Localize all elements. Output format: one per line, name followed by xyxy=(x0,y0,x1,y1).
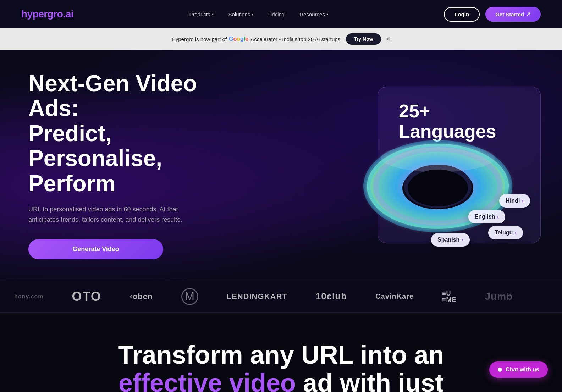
hero-visual: 25+ Languages xyxy=(363,80,541,250)
google-logo: Google xyxy=(229,36,248,42)
get-started-button[interactable]: Get Started ↗ xyxy=(485,7,541,22)
arrow-icon: ↗ xyxy=(526,11,531,17)
banner-text-before: Hypergro is now part of xyxy=(172,36,227,42)
arrow-icon: › xyxy=(522,198,524,204)
logo-item-oto: OTO xyxy=(72,289,101,304)
transform-section: Transform any URL into an effective vide… xyxy=(0,313,562,392)
logo-text-accent: .ai xyxy=(63,9,73,20)
nav-actions: Login Get Started ↗ xyxy=(444,7,541,22)
logos-strip: hony.com OTO ‹oben M LENDINGKART 10club … xyxy=(0,281,562,313)
logo-item-eume: ≡U≡ME xyxy=(442,290,457,303)
logo-item-10club: 10club xyxy=(316,291,347,302)
logo-item-jumb: Jumb xyxy=(485,291,513,302)
arrow-icon: › xyxy=(515,230,517,236)
chevron-down-icon: ▾ xyxy=(212,12,214,16)
language-bubble-spanish[interactable]: Spanish › xyxy=(431,233,470,247)
logo-item-oben: ‹oben xyxy=(130,292,153,301)
chevron-down-icon: ▾ xyxy=(326,12,328,16)
nav-item-pricing[interactable]: Pricing xyxy=(263,9,290,20)
chat-icon xyxy=(498,368,502,372)
logo[interactable]: hypergro.ai xyxy=(21,9,73,20)
transform-title: Transform any URL into an effective vide… xyxy=(28,341,534,392)
arrow-icon: › xyxy=(462,237,463,243)
announcement-banner: Hypergro is now part of Google Accelerat… xyxy=(0,28,562,50)
hero-title: Next-Gen Video Ads: Predict, Personalise… xyxy=(28,71,248,196)
torus-visual xyxy=(356,122,519,243)
language-bubble-hindi[interactable]: Hindi › xyxy=(499,194,530,208)
logo-item-lendingkart: LENDINGKART xyxy=(227,292,287,301)
language-bubble-telugu[interactable]: Telugu › xyxy=(488,226,523,239)
nav-links: Products ▾ Solutions ▾ Pricing Resources… xyxy=(183,9,334,20)
banner-text-after: Accelerator - India's top 20 AI startups xyxy=(250,36,340,42)
logo-item: hony.com xyxy=(14,293,43,300)
logo-text-main: hypergro xyxy=(21,9,63,20)
hero-subtitle: URL to personalised video ads in 60 seco… xyxy=(28,204,206,225)
chat-button[interactable]: Chat with us xyxy=(489,361,548,378)
language-bubble-english[interactable]: English › xyxy=(468,210,505,223)
hero-section: Next-Gen Video Ads: Predict, Personalise… xyxy=(0,50,562,281)
generate-video-button[interactable]: Generate Video xyxy=(28,239,163,259)
logo-item-cavinkare: CavinKare xyxy=(375,292,414,300)
chevron-down-icon: ▾ xyxy=(252,12,253,16)
arrow-icon: › xyxy=(497,214,499,220)
nav-item-products[interactable]: Products ▾ xyxy=(183,9,219,20)
logo-item-circle: M xyxy=(181,288,198,305)
hero-content: Next-Gen Video Ads: Predict, Personalise… xyxy=(28,71,248,259)
logos-track: hony.com OTO ‹oben M LENDINGKART 10club … xyxy=(0,288,527,305)
navbar: hypergro.ai Products ▾ Solutions ▾ Prici… xyxy=(0,0,562,28)
close-button[interactable]: × xyxy=(387,35,391,43)
try-now-button[interactable]: Try Now xyxy=(346,33,381,45)
nav-item-solutions[interactable]: Solutions ▾ xyxy=(223,9,259,20)
login-button[interactable]: Login xyxy=(444,7,480,22)
banner-text: Hypergro is now part of Google Accelerat… xyxy=(172,36,340,42)
nav-item-resources[interactable]: Resources ▾ xyxy=(294,9,334,20)
svg-point-6 xyxy=(408,170,468,206)
